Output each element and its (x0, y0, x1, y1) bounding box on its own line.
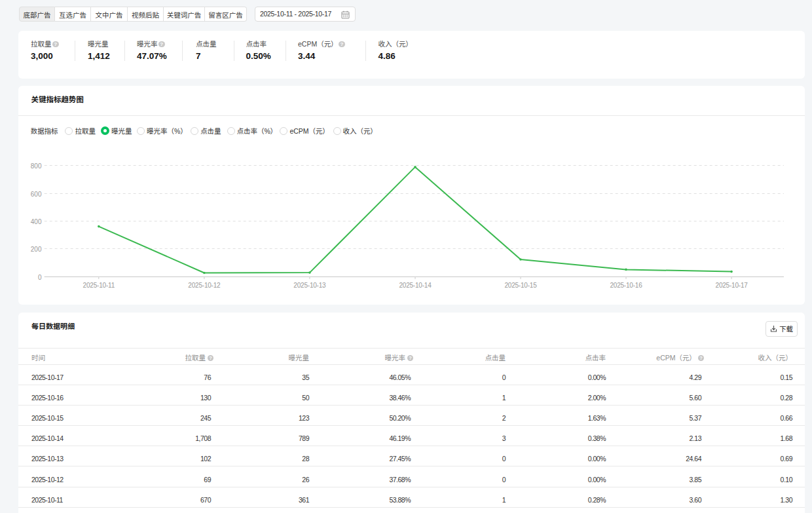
svg-text:2025-10-17: 2025-10-17 (716, 282, 748, 289)
svg-text:2025-10-13: 2025-10-13 (293, 282, 326, 289)
svg-text:0: 0 (38, 274, 42, 281)
svg-text:2025-10-16: 2025-10-16 (610, 282, 642, 289)
svg-text:600: 600 (31, 191, 42, 198)
svg-text:2025-10-12: 2025-10-12 (188, 282, 221, 289)
svg-text:2025-10-11: 2025-10-11 (83, 282, 115, 289)
svg-text:2025-10-14: 2025-10-14 (399, 282, 432, 289)
svg-text:800: 800 (31, 162, 42, 170)
svg-text:2025-10-15: 2025-10-15 (504, 282, 537, 289)
svg-text:400: 400 (31, 218, 42, 225)
svg-text:200: 200 (31, 246, 42, 253)
